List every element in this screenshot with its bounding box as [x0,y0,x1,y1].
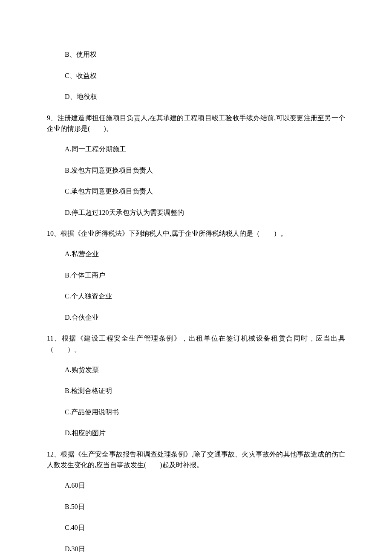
q10-option-b: B.个体工商户 [47,270,345,281]
q10-option-d: D.合伙企业 [47,312,345,323]
q10-option-c: C.个人独资企业 [47,291,345,302]
option-text: C.40日 [65,524,85,531]
option-text: C.个人独资企业 [65,292,112,300]
option-text: D.相应的图片 [65,429,106,436]
option-text: A.购货发票 [65,366,99,373]
question-text: 11、根据《建设工程安全生产管理条例》，出租单位在签订机械设备租赁合同时，应当出… [47,335,345,353]
option-text: B.个体工商户 [65,272,105,279]
q11-option-a: A.购货发票 [47,364,345,376]
question-text: 12、根据《生产安全事故报告和调查处理条例》,除了交通事故、火灾事故外的其他事故… [47,451,345,469]
q9-option-b: B.发包方同意更换项目负责人 [47,165,345,176]
question-text: 9、注册建造师担任施项目负责人,在其承建的工程项目竣工验收手续办结前,可以变更注… [47,114,345,133]
q8-option-b: B、使用权 [47,49,345,60]
option-text: A.同一工程分期施工 [65,145,126,153]
option-text: C、收益权 [65,72,97,79]
option-text: D.合伙企业 [65,314,99,321]
q9-option-a: A.同一工程分期施工 [47,144,345,155]
q12-option-a: A.60日 [47,480,345,491]
q9-stem: 9、注册建造师担任施项目负责人,在其承建的工程项目竣工验收手续办结前,可以变更注… [47,113,345,134]
q9-option-c: C.承包方同意更换项目负责人 [47,186,345,197]
q8-option-c: C、收益权 [47,70,345,81]
option-text: A.私营企业 [65,250,99,257]
q11-option-b: B.检测合格证明 [47,385,345,396]
q11-option-c: C.产品使用说明书 [47,407,345,418]
q12-stem: 12、根据《生产安全事故报告和调查处理条例》,除了交通事故、火灾事故外的其他事故… [47,449,345,471]
q11-option-d: D.相应的图片 [47,428,345,439]
option-text: B.发包方同意更换项目负责人 [65,167,153,174]
option-text: C.承包方同意更换项目负责人 [65,188,153,195]
option-text: A.60日 [65,482,85,489]
q9-option-d: D.停工超过120天承包方认为需要调整的 [47,207,345,218]
option-text: D.30日 [65,545,85,552]
option-text: B.50日 [65,503,85,510]
option-text: D.停工超过120天承包方认为需要调整的 [65,209,184,216]
option-text: B.检测合格证明 [65,387,112,394]
option-text: D、地役权 [65,93,97,100]
q11-stem: 11、根据《建设工程安全生产管理条例》，出租单位在签订机械设备租赁合同时，应当出… [47,333,345,355]
q12-option-b: B.50日 [47,501,345,512]
q10-option-a: A.私营企业 [47,249,345,260]
option-text: B、使用权 [65,51,97,58]
option-text: C.产品使用说明书 [65,408,119,416]
q12-option-c: C.40日 [47,522,345,533]
question-text: 10、根据《企业所得税法》下列纳税人中,属于企业所得税纳税人的是（ ）。 [47,230,287,237]
q8-option-d: D、地役权 [47,91,345,102]
q12-option-d: D.30日 [47,543,345,555]
q10-stem: 10、根据《企业所得税法》下列纳税人中,属于企业所得税纳税人的是（ ）。 [47,228,345,239]
